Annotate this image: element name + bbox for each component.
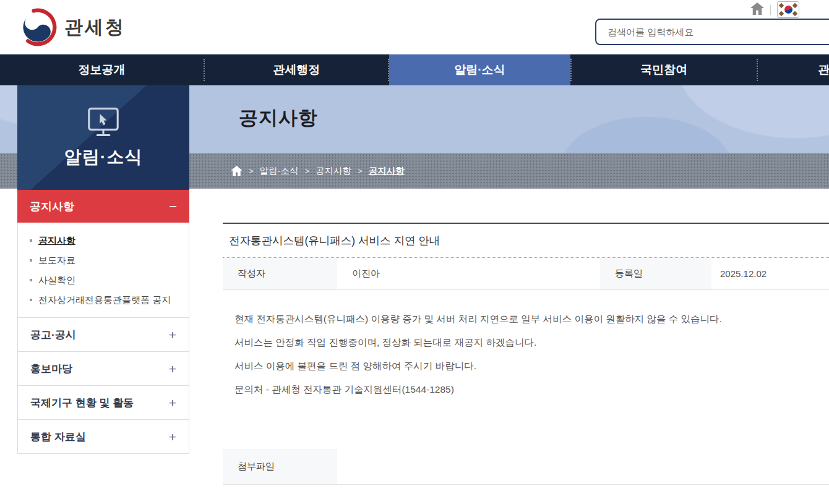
notice-detail: 전자통관시스템(유니패스) 서비스 지연 안내 작성자 이진아 등록일 2025… <box>223 223 829 485</box>
breadcrumb-item-news[interactable]: 알림·소식 <box>260 165 299 177</box>
nav-item-news[interactable]: 알림·소식 <box>389 54 570 85</box>
author-label: 작성자 <box>223 258 337 289</box>
bullet-icon <box>30 259 32 262</box>
breadcrumb-item-current[interactable]: 공지사항 <box>369 165 405 177</box>
utility-divider <box>770 5 771 15</box>
nav-item-customs-admin[interactable]: 관세행정 <box>205 54 388 85</box>
bullet-icon <box>30 279 32 281</box>
home-icon[interactable] <box>750 2 764 17</box>
notice-paragraph: 서비스 이용에 불편을 드린 점 양해하여 주시기 바랍니다. <box>229 360 823 372</box>
expand-plus-icon[interactable]: + <box>169 396 176 409</box>
notice-body: 현재 전자통관시스템(유니패스) 이용량 증가 및 서버 처리 지연으로 일부 … <box>223 290 829 445</box>
site-header: 관세청 <box>0 0 829 54</box>
page: 관세청 정보공개 관세행정 알림·소식 국민참여 관세청 소개 공 <box>0 0 829 504</box>
sidebar-section-promotion[interactable]: 홍보마당 + <box>17 352 189 386</box>
breadcrumb-separator: > <box>249 166 254 176</box>
notice-paragraph: 서비스는 안정화 작업 진행중이며, 정상화 되는대로 재공지 하겠습니다. <box>229 336 823 349</box>
sidebar-section-notice-open[interactable]: 공지사항 − <box>17 190 189 223</box>
sidebar-item-notice[interactable]: 공지사항 <box>18 231 189 250</box>
korean-flag-icon[interactable] <box>777 1 799 18</box>
sidebar-section-library[interactable]: 통합 자료실 + <box>17 420 189 454</box>
site-search <box>595 19 829 45</box>
nav-item-about[interactable]: 관세청 소개 <box>758 54 829 85</box>
expand-plus-icon[interactable]: + <box>169 362 176 375</box>
breadcrumb-home-icon[interactable] <box>231 166 243 176</box>
author-value: 이진아 <box>337 258 600 289</box>
attachment-value <box>337 449 829 484</box>
notice-paragraph: 문의처 - 관세청 전자통관 기술지원센터(1544-1285) <box>229 383 823 396</box>
search-input[interactable] <box>596 20 829 44</box>
expand-plus-icon[interactable]: + <box>169 328 176 341</box>
notice-meta-row: 작성자 이진아 등록일 2025.12.02 <box>223 258 829 290</box>
sidebar-item-ecommerce-platform[interactable]: 전자상거래전용통관플랫폼 공지 <box>18 290 189 310</box>
notice-table: 전자통관시스템(유니패스) 서비스 지연 안내 작성자 이진아 등록일 2025… <box>223 223 829 485</box>
expand-plus-icon[interactable]: + <box>169 430 176 443</box>
notice-title: 전자통관시스템(유니패스) 서비스 지연 안내 <box>223 224 829 258</box>
logo-text: 관세청 <box>64 15 126 40</box>
date-value: 2025.12.02 <box>711 258 829 289</box>
government-emblem-icon <box>19 8 57 46</box>
breadcrumb-separator: > <box>304 166 309 176</box>
collapse-minus-icon[interactable]: − <box>169 200 177 213</box>
sidebar-submenu: 공지사항 보도자료 사실확인 전자상거래전용통관플랫폼 공지 <box>17 223 189 318</box>
sidebar-section-international[interactable]: 국제기구 현황 및 활동 + <box>17 386 189 420</box>
sidebar-section-announcements[interactable]: 공고·공시 + <box>17 318 189 352</box>
sidebar: 알림·소식 공지사항 − 공지사항 보도자료 사실확인 전자상거래전용통관플랫폼… <box>17 85 189 454</box>
sidebar-header: 알림·소식 <box>17 85 189 190</box>
notice-paragraph: 현재 전자통관시스템(유니패스) 이용량 증가 및 서버 처리 지연으로 일부 … <box>229 313 823 325</box>
breadcrumb-item-notice[interactable]: 공지사항 <box>316 165 351 177</box>
sidebar-title: 알림·소식 <box>64 145 142 169</box>
bullet-icon <box>30 239 32 242</box>
sidebar-item-factcheck[interactable]: 사실확인 <box>18 270 189 290</box>
date-label: 등록일 <box>600 258 711 289</box>
breadcrumb-separator: > <box>358 166 363 176</box>
nav-item-participation[interactable]: 국민참여 <box>572 54 757 85</box>
header-utilities <box>750 1 799 18</box>
nav-item-info[interactable]: 정보공개 <box>0 54 204 85</box>
sidebar-item-press[interactable]: 보도자료 <box>18 250 189 270</box>
page-title: 공지사항 <box>239 105 318 131</box>
site-logo[interactable]: 관세청 <box>19 8 126 46</box>
monitor-cursor-icon <box>85 107 121 138</box>
global-nav: 정보공개 관세행정 알림·소식 국민참여 관세청 소개 <box>0 54 829 85</box>
bullet-icon <box>30 299 32 301</box>
attachment-label: 첨부파일 <box>223 449 337 484</box>
breadcrumb: > 알림·소식 > 공지사항 > 공지사항 <box>231 153 405 189</box>
attachment-row: 첨부파일 <box>223 449 829 485</box>
